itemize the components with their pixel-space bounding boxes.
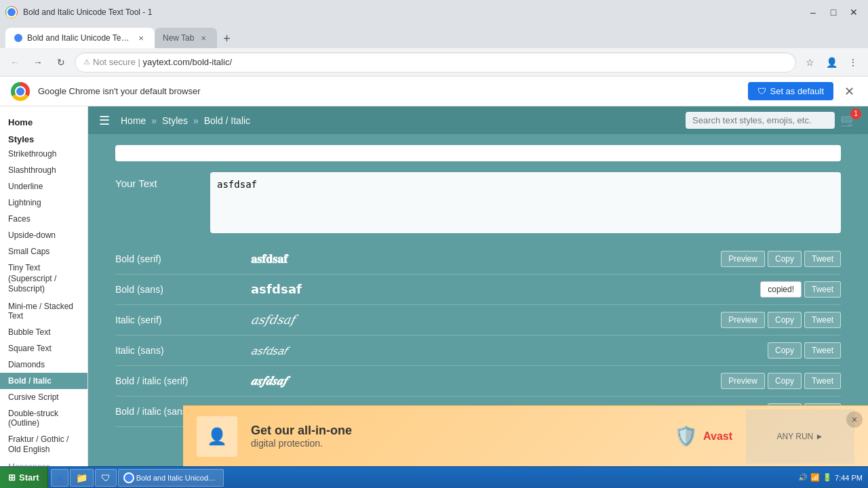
ad-person-image: 👤 (197, 416, 237, 457)
tab-favicon-1 (14, 33, 23, 43)
tab-title-2: New Tab (163, 33, 194, 43)
preview-button-bold-italic-serif[interactable]: Preview (721, 373, 765, 389)
tabs-bar: Bold and Italic Unicode Text Tool - 1 ✕ … (0, 24, 868, 48)
sidebar-item-bubble-text[interactable]: Bubble Text (0, 324, 87, 340)
breadcrumb-current: Bold / Italic (204, 115, 250, 126)
tweet-button-bold-sans[interactable]: Tweet (804, 281, 841, 298)
minimize-button[interactable]: – (804, 3, 822, 21)
copy-button-italic-serif[interactable]: Copy (768, 312, 802, 328)
new-tab-button[interactable]: + (217, 29, 236, 48)
tweet-button-bold-serif[interactable]: Tweet (804, 251, 841, 267)
copy-button-bold-italic-serif[interactable]: Copy (768, 373, 802, 389)
sidebar-item-underline[interactable]: Underline (0, 178, 87, 195)
sidebar-item-square-text[interactable]: Square Text (0, 340, 87, 357)
menu-button[interactable]: ⋮ (844, 53, 863, 72)
sidebar-item-upside-down[interactable]: Upside-down (0, 227, 87, 243)
text-input[interactable]: asfdsaf (210, 172, 841, 233)
cart-icon-wrap[interactable]: 🛒 1 (840, 113, 857, 129)
copied-button-bold-sans[interactable]: copied! (760, 281, 802, 298)
ad-logo: 🛡️ Avast (674, 425, 732, 447)
breadcrumb-home[interactable]: Home (121, 115, 146, 126)
notification-close-button[interactable]: ✕ (842, 81, 857, 102)
sidebar: Home Styles Strikethrough Slashthrough U… (0, 106, 88, 466)
style-actions-bold-sans: copied! Tweet (760, 281, 841, 298)
taskbar-clock: 7:44 PM (835, 474, 863, 482)
style-preview-bold-italic-serif: 𝒂𝒔𝒇𝒅𝒔𝒂𝒇 (251, 374, 721, 388)
sidebar-item-monospace[interactable]: Monospace (0, 459, 87, 466)
sidebar-item-fraktur[interactable]: Fraktur / Gothic / Old English (0, 431, 87, 459)
title-bar: Bold and Italic Unicode Text Tool - 1 – … (0, 0, 868, 24)
breadcrumb-styles[interactable]: Styles (162, 115, 188, 126)
top-decorative-bar (115, 145, 841, 161)
back-button[interactable]: ← (5, 53, 24, 72)
start-label: Start (19, 472, 39, 483)
ad-close-button[interactable]: × (846, 411, 863, 428)
address-actions: ☆ 👤 ⋮ (800, 53, 863, 72)
sidebar-item-slashthrough[interactable]: Slashthrough (0, 162, 87, 178)
sidebar-item-bold-italic[interactable]: Bold / Italic (0, 373, 87, 389)
taskbar-ie-icon[interactable]: ℯ (51, 469, 68, 487)
sys-tray-volume: 🔊 (798, 473, 808, 482)
sidebar-item-double-struck[interactable]: Double-struck (Outline) (0, 405, 87, 431)
copy-button-italic-sans[interactable]: Copy (768, 342, 802, 359)
pipe-separator: | (138, 57, 143, 67)
sidebar-item-mini-me[interactable]: Mini-me / Stacked Text (0, 298, 87, 324)
page-nav-right: 🛒 1 (686, 112, 857, 129)
bookmark-button[interactable]: ☆ (800, 53, 819, 72)
tweet-button-italic-sans[interactable]: Tweet (804, 342, 841, 359)
avast-icon: 🛡️ (674, 425, 698, 447)
style-preview-italic-sans: 𝘢𝘴𝘧𝘥𝘴𝘢𝘧 (251, 344, 768, 358)
search-input[interactable] (686, 112, 835, 129)
sidebar-home-label: Home (0, 112, 87, 129)
protocol-text: Not secure (93, 57, 136, 67)
preview-button-italic-serif[interactable]: Preview (721, 312, 765, 328)
style-row-italic-sans: Italic (sans) 𝘢𝘴𝘧𝘥𝘴𝘢𝘧 Copy Tweet (115, 336, 841, 366)
taskbar-right: 🔊 📶 🔋 7:44 PM (793, 473, 868, 482)
sidebar-item-faces[interactable]: Faces (0, 211, 87, 227)
sidebar-item-tiny-text[interactable]: Tiny Text (Superscript / Subscript) (0, 260, 87, 298)
sidebar-item-strikethrough[interactable]: Strikethrough (0, 146, 87, 162)
preview-button-bold-serif[interactable]: Preview (721, 251, 765, 267)
sidebar-styles-label: Styles (0, 129, 87, 146)
page-nav: ☰ Home » Styles » Bold / Italic 🛒 1 (88, 106, 868, 134)
ad-text: Get our all-in-one digital protection. (251, 424, 660, 449)
style-preview-bold-serif: 𝐚𝐬𝐟𝐝𝐬𝐚𝐟 (251, 252, 721, 266)
close-button[interactable]: ✕ (845, 3, 863, 21)
taskbar-av-item[interactable]: 🛡 (95, 469, 117, 487)
taskbar-explorer-item[interactable]: 📁 (70, 469, 94, 487)
hamburger-icon[interactable]: ☰ (99, 113, 110, 128)
tab-close-1[interactable]: ✕ (136, 33, 146, 43)
copy-button-bold-serif[interactable]: Copy (768, 251, 802, 267)
style-row-bold-italic-serif: Bold / italic (serif) 𝒂𝒔𝒇𝒅𝒔𝒂𝒇 Preview Co… (115, 366, 841, 396)
profile-button[interactable]: 👤 (822, 53, 841, 72)
tweet-button-italic-serif[interactable]: Tweet (804, 312, 841, 328)
tab-new[interactable]: New Tab ✕ (155, 28, 217, 48)
style-actions-bold-serif: Preview Copy Tweet (721, 251, 841, 267)
taskbar: ⊞ Start ℯ 📁 🛡 Bold and Italic Unicode...… (0, 466, 868, 488)
taskbar-chrome-item[interactable]: Bold and Italic Unicode... (118, 469, 224, 487)
style-name-bold-sans: Bold (sans) (115, 284, 251, 295)
sidebar-item-small-caps[interactable]: Small Caps (0, 243, 87, 260)
sys-tray-network: 📶 (810, 473, 820, 482)
forward-button[interactable]: → (28, 53, 47, 72)
start-button[interactable]: ⊞ Start (0, 467, 48, 488)
breadcrumb: Home » Styles » Bold / Italic (121, 115, 250, 126)
ie-icon: ℯ (57, 472, 62, 483)
ad-banner: 👤 Get our all-in-one digital protection.… (183, 405, 868, 466)
tweet-button-bold-italic-serif[interactable]: Tweet (804, 373, 841, 389)
notification-text: Google Chrome isn't your default browser (38, 86, 740, 96)
notification-bar: Google Chrome isn't your default browser… (0, 77, 868, 106)
style-actions-italic-sans: Copy Tweet (768, 342, 841, 359)
reload-button[interactable]: ↻ (52, 53, 71, 72)
taskbar-chrome-label: Bold and Italic Unicode... (136, 474, 218, 482)
sidebar-item-diamonds[interactable]: Diamonds (0, 357, 87, 373)
sidebar-nav: Home Styles Strikethrough Slashthrough U… (0, 106, 87, 466)
tab-close-2[interactable]: ✕ (198, 33, 209, 43)
sidebar-item-lightning[interactable]: Lightning (0, 195, 87, 211)
tab-bold-italic[interactable]: Bold and Italic Unicode Text Tool - 1 ✕ (5, 28, 155, 48)
maximize-button[interactable]: □ (825, 3, 842, 21)
shield-icon: 🛡 (757, 86, 766, 96)
set-default-button[interactable]: 🛡 Set as default (748, 82, 834, 100)
sidebar-item-cursive[interactable]: Cursive Script (0, 389, 87, 405)
address-input-wrap[interactable]: ⚠ Not secure | yaytext.com/bold-italic/ (75, 52, 796, 73)
